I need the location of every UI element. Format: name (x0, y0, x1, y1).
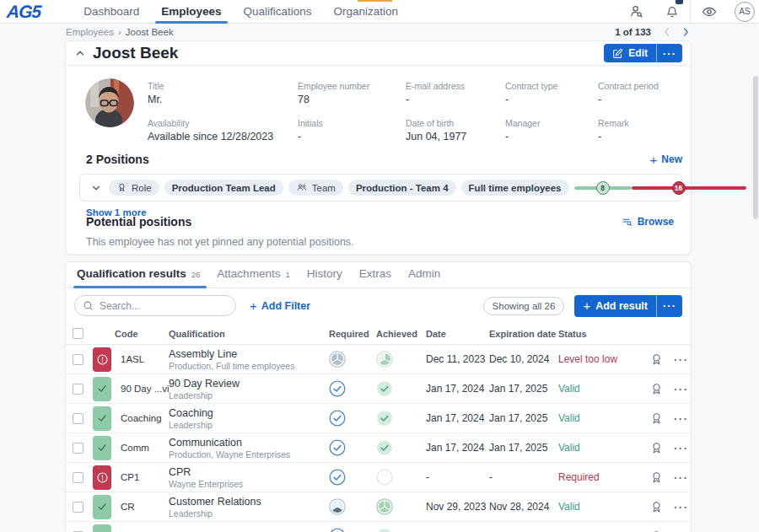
edit-button[interactable]: Edit (604, 44, 656, 62)
record-pager: 1 of 133 (615, 26, 693, 38)
code-cell: 90 Day ...view (115, 384, 169, 394)
table-row[interactable]: CP1 CPR Wayne Enterprises - - Required ·… (66, 463, 691, 492)
previous-record-icon[interactable] (659, 26, 675, 38)
scrollbar-thumb[interactable] (753, 76, 758, 219)
browse-filter-icon (621, 216, 633, 228)
field-manager: Manager- (505, 118, 598, 142)
browse-button[interactable]: Browse (621, 216, 674, 228)
progress-count-red: 16 (672, 181, 686, 195)
award-ribbon-icon[interactable] (649, 352, 664, 367)
row-checkbox[interactable] (73, 472, 83, 483)
table-row[interactable]: Coaching Coaching Leadership Jan 17, 202… (66, 404, 691, 433)
qualification-name: CPR (169, 466, 329, 478)
account-avatar[interactable]: AS (735, 2, 755, 22)
status-cell: Valid (558, 501, 649, 513)
award-ribbon-icon[interactable] (649, 529, 664, 532)
tab-attachments[interactable]: Attachments1 (210, 267, 299, 287)
tab-qualification-results[interactable]: Qualification results26 (70, 267, 210, 287)
row-menu-button[interactable]: ··· (674, 412, 689, 425)
row-menu-button[interactable]: ··· (674, 501, 689, 513)
top-navigation: AG5 Dashboard Employees Qualifications O… (0, 0, 759, 24)
col-qualification: Qualification (169, 329, 329, 339)
breadcrumb: Employees › Joost Beek (66, 27, 174, 37)
row-checkbox[interactable] (73, 413, 83, 424)
status-cell: Valid (558, 442, 649, 454)
award-ribbon-icon[interactable] (649, 411, 664, 426)
row-checkbox[interactable] (73, 354, 83, 365)
ag5-logo[interactable]: AG5 (6, 2, 41, 22)
chevron-down-icon[interactable] (89, 180, 104, 196)
notifications-bell-icon[interactable] (654, 0, 690, 23)
col-expiration: Expiration date (489, 329, 558, 339)
code-cell: CP1 (115, 472, 169, 482)
extra-group-pill: Full time employees (461, 180, 569, 196)
field-contract-period: Contract period- (598, 81, 679, 105)
role-label-pill: Role (109, 180, 159, 196)
table-row[interactable]: Comm Communication Production, Wayne Ent… (66, 433, 691, 463)
field-date-of-birth: Date of birthJun 04, 1977 (406, 118, 505, 142)
table-body: 1ASL Assembly Line Production, Full time… (66, 345, 691, 532)
potential-positions-title: Potential positions (86, 215, 191, 228)
position-row[interactable]: Role Production Team Lead Team Productio… (79, 174, 682, 202)
row-menu-button[interactable]: ··· (674, 383, 689, 395)
row-checkbox[interactable] (73, 502, 83, 513)
employee-photo-avatar (85, 78, 134, 127)
status-cell: Valid (558, 383, 649, 395)
required-level-icon (329, 439, 376, 456)
search-input[interactable] (100, 300, 218, 312)
table-row[interactable]: 1ASL Assembly Line Production, Full time… (66, 345, 691, 374)
row-menu-button[interactable]: ··· (674, 353, 689, 366)
qualification-subtitle: Production, Full time employees (169, 361, 329, 371)
breadcrumb-parent[interactable]: Employees (66, 27, 114, 37)
collapse-chevron-up-icon[interactable] (73, 46, 88, 61)
row-checkbox[interactable] (73, 443, 83, 454)
next-record-icon[interactable] (678, 26, 693, 38)
tab-history[interactable]: History (300, 267, 353, 287)
award-ribbon-icon[interactable] (649, 382, 664, 396)
date-cell: Dec 11, 2023 (426, 353, 489, 365)
new-position-button[interactable]: +New (650, 153, 682, 166)
row-menu-button[interactable]: ··· (674, 471, 689, 484)
col-required: Required (329, 329, 376, 339)
award-ribbon-icon[interactable] (649, 500, 664, 514)
nav-item-employees[interactable]: Employees (150, 0, 232, 23)
nav-item-qualifications[interactable]: Qualifications (233, 0, 323, 23)
status-cell: Required (558, 471, 649, 483)
nav-right-icons: AS (618, 0, 759, 23)
results-menu-button[interactable]: ··· (656, 295, 682, 317)
qualification-name: Customer Relations (169, 496, 329, 508)
search-input-wrap (74, 295, 236, 316)
add-filter-button[interactable]: +Add Filter (250, 299, 310, 312)
award-ribbon-icon[interactable] (649, 470, 664, 485)
employee-menu-button[interactable]: ··· (656, 44, 682, 62)
status-badge-icon (93, 377, 111, 401)
add-result-button[interactable]: +Add result (574, 295, 656, 317)
field-remark: Remark- (598, 118, 679, 142)
expiration-cell: Jan 17, 2025 (489, 383, 558, 395)
tab-admin[interactable]: Admin (401, 267, 450, 287)
table-row[interactable]: Customer Focus Valid ··· (66, 522, 691, 532)
tab-extras[interactable]: Extras (353, 267, 401, 287)
nav-item-dashboard[interactable]: Dashboard (73, 0, 150, 23)
table-row[interactable]: CR Customer Relations Leadership Nov 29,… (66, 492, 691, 522)
field-employee-number: Employee number78 (298, 81, 406, 105)
employee-card-header: Joost Beek Edit ··· (66, 41, 691, 66)
progress-count-green: 8 (596, 181, 610, 195)
showing-all-badge[interactable]: Showing all 26 (483, 297, 565, 315)
user-search-icon[interactable] (618, 0, 654, 23)
breadcrumb-current: Joost Beek (126, 27, 174, 37)
qualification-name: Assembly Line (169, 348, 329, 360)
view-eye-icon[interactable] (691, 0, 728, 23)
required-level-icon (329, 528, 376, 532)
date-cell: Nov 29, 2023 (426, 501, 489, 513)
qualification-subtitle: Leadership (169, 390, 329, 400)
field-email: E-mail address- (406, 81, 505, 105)
award-ribbon-icon[interactable] (649, 441, 664, 455)
row-checkbox[interactable] (73, 384, 83, 395)
select-all-checkbox[interactable] (73, 328, 83, 339)
achieved-level-icon (376, 351, 426, 368)
table-row[interactable]: 90 Day ...view 90 Day Review Leadership … (66, 374, 691, 404)
nav-item-organization[interactable]: Organization (323, 0, 410, 23)
search-icon (83, 300, 94, 312)
row-menu-button[interactable]: ··· (674, 442, 689, 454)
